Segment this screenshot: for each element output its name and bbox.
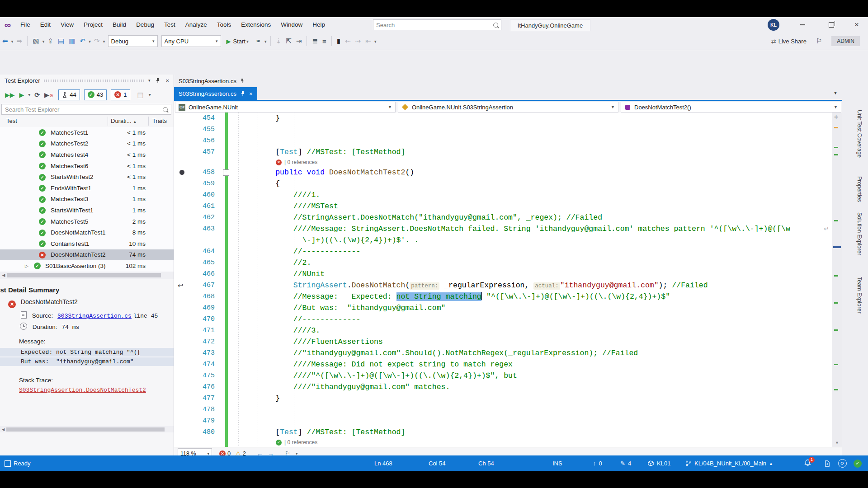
detail-hscrollbar[interactable]: ◀ [0,426,174,432]
code-line-480[interactable]: 480 [Test] //MSTest: [TestMethod] [174,427,842,438]
window-position-icon[interactable]: ▾ [148,78,151,83]
test-list-hscrollbar[interactable]: ◀ [0,272,174,279]
quick-search-input[interactable]: Search [373,19,501,30]
status-column[interactable]: Col 54 [429,460,446,467]
code-line-463[interactable]: 463 ////Message: StringAssert.DoesNotMat… [174,223,842,235]
open-file-icon[interactable]: ⇪ [45,37,56,45]
sync-status-icon[interactable]: ⟳ [838,459,847,468]
scrollbar-thumb[interactable] [6,427,165,432]
run-all-tests-icon[interactable]: ▶▶ [4,91,16,99]
outgoing-commits-count[interactable]: 0 [599,460,602,467]
fold-collapse-icon[interactable]: − [223,169,229,176]
detail-test-row[interactable]: ✕ DoesNotMatchTest2 [0,298,174,308]
comment-icon[interactable]: ≣ [310,37,320,45]
feedback-icon[interactable]: ⚐ [814,37,824,45]
stack-trace-link[interactable]: S03StringAssertion.DoesNotMatchTest2 [19,387,146,394]
test-row-s01basicassertion[interactable]: ▷✓S01BasicAssertion (3)102 ms [0,260,174,272]
codelens-row[interactable]: ✕| 0 references [174,158,842,167]
menu-test[interactable]: Test [159,17,180,33]
code-line-461[interactable]: 461 ////MSTest [174,201,842,212]
step-into-icon[interactable]: ⇣ [274,37,284,45]
pending-edits-count[interactable]: 4 [628,460,631,467]
test-row-startswithtest2[interactable]: ✓StartsWithTest2< 1 ms [0,171,174,183]
pin-icon[interactable] [156,78,160,83]
menu-analyze[interactable]: Analyze [180,17,212,33]
repository-name[interactable]: KL01 [657,460,670,467]
user-avatar[interactable]: KL [768,19,779,31]
side-tab-unit-test-coverage[interactable]: Unit Test Coverage [856,110,863,158]
code-line-477[interactable]: 477 } [174,393,842,404]
code-view[interactable]: 454 }455456457 [Test] //MSTest: [TestMet… [174,113,842,447]
editor-scrollbar[interactable]: ✛ ▼ [832,113,842,447]
menu-window[interactable]: Window [276,17,307,33]
test-row-matchestest4[interactable]: ✓MatchesTest4< 1 ms [0,149,174,160]
code-line-469[interactable]: 469 //But was: "ithandyguy@gmail.com" [174,302,842,314]
test-row-startswithtest1[interactable]: ✓StartsWithTest11 ms [0,205,174,216]
expand-icon[interactable]: ▷ [25,263,28,268]
test-row-matchestest3[interactable]: ✓MatchesTest31 ms [0,194,174,205]
menu-build[interactable]: Build [108,17,131,33]
code-line-470[interactable]: 470 //------------- [174,314,842,325]
codelens-row[interactable]: ✓| 0 references [174,438,842,447]
code-line-465[interactable]: 465 //2. [174,257,842,268]
code-line-474[interactable]: 474 ////Message: Did not expect string t… [174,359,842,370]
code-line-454[interactable]: 454 } [174,113,842,124]
column-duration[interactable]: Durati... ▲ [111,117,137,124]
uncomment-icon[interactable]: ≡ [320,38,329,45]
restore-button[interactable] [821,17,842,33]
undo-dropdown-icon[interactable]: ▾ [88,39,92,44]
test-row-containstest1[interactable]: ✓ContainsTest110 ms [0,238,174,249]
live-share-button[interactable]: ⇄ Live Share [771,38,807,45]
test-row-matchestest1[interactable]: ✓MatchesTest1< 1 ms [0,127,174,138]
status-character[interactable]: Ch 54 [478,460,494,467]
branch-name[interactable]: KL/04B_NUnit_KL/00_Main [694,460,766,467]
column-traits[interactable]: Traits [152,117,167,124]
clear-bookmarks-icon[interactable]: ⇤ [363,37,373,45]
navigate-forward-icon[interactable]: ➡ [14,37,25,45]
redo-dropdown-icon[interactable]: ▾ [102,39,106,44]
code-line-462[interactable]: 462 //StringAssert.DoesNotMatch("ithandy… [174,212,842,223]
test-row-doesnotmatchtest1[interactable]: ✓DoesNotMatchTest18 ms [0,227,174,238]
test-row-matchestest6[interactable]: ✓MatchesTest6< 1 ms [0,160,174,172]
code-line-457[interactable]: 457 [Test] //MSTest: [TestMethod] [174,146,842,158]
redo-icon[interactable]: ↷ [92,37,102,45]
code-line-466[interactable]: 466 //NUnit [174,268,842,280]
source-link[interactable]: S03StringAssertion.cs [57,313,132,319]
minimize-button[interactable] [792,17,813,33]
code-line-479[interactable]: 479 [174,415,842,427]
filter-failed-badge[interactable]: ✕ 1 [111,89,130,100]
test-row-doesnotmatchtest2[interactable]: ✕DoesNotMatchTest274 ms [0,249,174,261]
scroll-down-icon[interactable]: ▼ [835,441,839,445]
column-test[interactable]: Test [6,117,17,124]
save-all-icon[interactable]: ▥ [66,37,77,45]
save-icon[interactable]: ▤ [56,37,66,45]
close-panel-icon[interactable]: × [165,77,169,84]
scrollbar-position-indicator[interactable] [833,246,841,248]
run-test-icon[interactable]: ▶ [18,91,26,99]
close-button[interactable]: × [846,17,867,33]
menu-project[interactable]: Project [79,17,108,33]
menu-view[interactable]: View [56,17,79,33]
menu-help[interactable]: Help [307,17,330,33]
document-tab-active[interactable]: S03StringAssertion.cs × [174,87,257,100]
test-row-matchestest5[interactable]: ✓MatchesTest52 ms [0,216,174,227]
menu-extensions[interactable]: Extensions [236,17,276,33]
branch-menu-icon[interactable]: ▲ [769,461,773,466]
code-line-478[interactable]: 478 [174,404,842,415]
code-line-459[interactable]: 459 { [174,178,842,189]
navigate-back-dropdown-icon[interactable]: ▾ [10,39,14,44]
solution-platform-select[interactable]: Any CPU▾ [161,35,221,47]
notifications-button[interactable]: 1 [804,459,811,468]
code-line-455[interactable]: 455 [174,124,842,135]
code-line-473[interactable]: 473 //"ithandyguy@gmail.com".Should().No… [174,347,842,359]
bookmark-icon[interactable] [179,170,184,175]
menu-edit[interactable]: Edit [35,17,56,33]
repeat-run-icon[interactable]: ⟳ [33,91,41,99]
bookmark-icon[interactable]: ▮ [335,37,343,45]
test-row-endswithtest1[interactable]: ✓EndsWithTest11 ms [0,183,174,194]
side-tab-solution-explorer[interactable]: Solution Explorer [856,212,863,255]
menu-file[interactable]: File [15,17,35,33]
code-line-472[interactable]: 472 ////FluentAssertions [174,336,842,347]
not-run-filter-icon[interactable]: ▤ [135,91,146,99]
options-dropdown-icon[interactable]: ▾ [148,92,152,97]
